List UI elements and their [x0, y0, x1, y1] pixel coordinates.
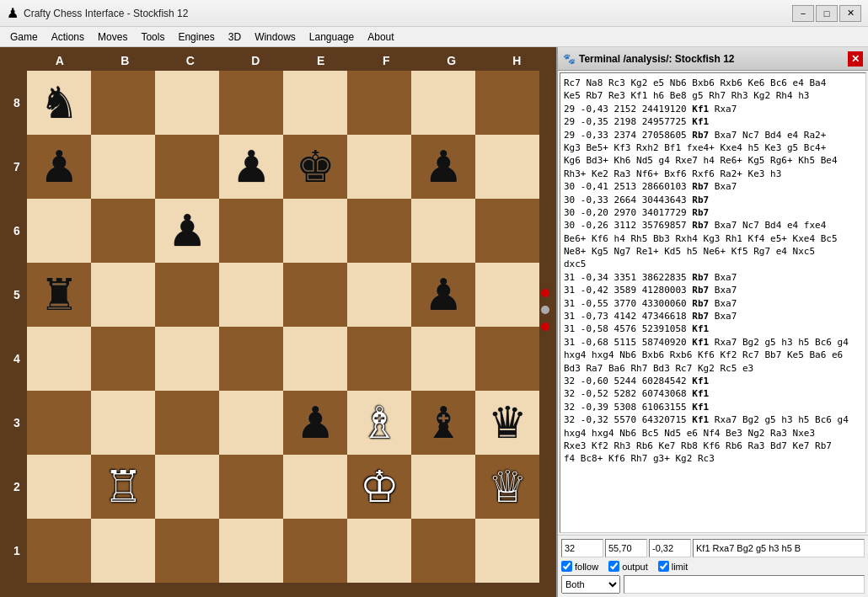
cell-c4[interactable] — [155, 327, 219, 391]
cell-c3[interactable] — [155, 391, 219, 455]
cell-g8[interactable] — [411, 71, 475, 135]
piece-d7: ♟ — [232, 145, 271, 189]
cell-f8[interactable] — [347, 71, 411, 135]
terminal-output[interactable]: Rc7 Na8 Rc3 Kg2 e5 Nb6 Bxb6 Rxb6 Ke6 Bc6… — [560, 72, 866, 533]
maximize-button[interactable]: □ — [816, 5, 838, 22]
menu-3d[interactable]: 3D — [222, 29, 248, 45]
col-label-d: D — [223, 54, 289, 71]
cell-d6[interactable] — [219, 199, 283, 263]
cell-h1[interactable] — [475, 519, 539, 583]
cell-h8[interactable] — [475, 71, 539, 135]
menu-language[interactable]: Language — [303, 29, 361, 45]
cell-h3[interactable]: ♛ — [475, 391, 539, 455]
cell-e7[interactable]: ♚ — [283, 135, 347, 199]
output-checkbox[interactable] — [608, 561, 619, 572]
cell-a4[interactable] — [27, 327, 91, 391]
terminal-eval-input[interactable] — [649, 539, 691, 557]
cell-c7[interactable] — [155, 135, 219, 199]
cell-b5[interactable] — [91, 263, 155, 327]
cell-g7[interactable]: ♟ — [411, 135, 475, 199]
cell-h2[interactable]: ♕ — [475, 455, 539, 519]
menu-about[interactable]: About — [361, 29, 400, 45]
cell-a3[interactable] — [27, 391, 91, 455]
cell-e3[interactable]: ♟ — [283, 391, 347, 455]
cell-g5[interactable]: ♟ — [411, 263, 475, 327]
cell-g1[interactable] — [411, 519, 475, 583]
cell-e5[interactable] — [283, 263, 347, 327]
cell-a6[interactable] — [27, 199, 91, 263]
cell-d4[interactable] — [219, 327, 283, 391]
menu-engines[interactable]: Engines — [171, 29, 221, 45]
menu-windows[interactable]: Windows — [248, 29, 303, 45]
cell-d8[interactable] — [219, 71, 283, 135]
cell-e8[interactable] — [283, 71, 347, 135]
terminal-line: dxc5 — [564, 258, 862, 270]
cell-d3[interactable] — [219, 391, 283, 455]
cell-f7[interactable] — [347, 135, 411, 199]
cell-g6[interactable] — [411, 199, 475, 263]
cell-b3[interactable] — [91, 391, 155, 455]
cell-g4[interactable] — [411, 327, 475, 391]
cell-c5[interactable] — [155, 263, 219, 327]
cell-b2[interactable]: ♖ — [91, 455, 155, 519]
cell-d7[interactable]: ♟ — [219, 135, 283, 199]
menu-actions[interactable]: Actions — [45, 29, 91, 45]
cell-b7[interactable] — [91, 135, 155, 199]
cell-h7[interactable] — [475, 135, 539, 199]
terminal-score-input[interactable] — [605, 539, 647, 557]
cell-d1[interactable] — [219, 519, 283, 583]
minimize-button[interactable]: − — [792, 5, 814, 22]
cell-c2[interactable] — [155, 455, 219, 519]
terminal-title-text: Terminal /analysis/: Stockfish 12 — [579, 53, 735, 65]
piece-g5: ♟ — [424, 273, 463, 317]
cell-f4[interactable] — [347, 327, 411, 391]
cell-g2[interactable] — [411, 455, 475, 519]
cell-f1[interactable] — [347, 519, 411, 583]
menu-moves[interactable]: Moves — [91, 29, 134, 45]
close-button[interactable]: ✕ — [839, 5, 861, 22]
terminal-line: f4 Bc8+ Kf6 Rh7 g3+ Kg2 Rc3 — [564, 452, 862, 465]
side-select[interactable]: Both White Black — [561, 575, 620, 594]
cell-e6[interactable] — [283, 199, 347, 263]
cell-f3[interactable]: ♗ — [347, 391, 411, 455]
terminal-move-input[interactable] — [693, 539, 865, 557]
cell-b8[interactable] — [91, 71, 155, 135]
cell-e1[interactable] — [283, 519, 347, 583]
cell-d5[interactable] — [219, 263, 283, 327]
terminal-depth-input[interactable] — [561, 539, 603, 557]
main-content: A B C D E F G H 8♞7♟♟♚♟6♟5♜♟43♟♗♝♛2♖♔♕1 … — [0, 47, 868, 597]
menu-game[interactable]: Game — [3, 29, 45, 45]
cell-a5[interactable]: ♜ — [27, 263, 91, 327]
cell-e2[interactable] — [283, 455, 347, 519]
terminal-close-button[interactable]: ✕ — [848, 51, 863, 67]
cell-d2[interactable] — [219, 455, 283, 519]
cell-c1[interactable] — [155, 519, 219, 583]
cell-c6[interactable]: ♟ — [155, 199, 219, 263]
terminal-line: Ne8+ Kg5 Ng7 Re1+ Kd5 h5 Ne6+ Kf5 Rg7 e4… — [564, 245, 862, 258]
cell-b1[interactable] — [91, 519, 155, 583]
board-row-8: 8♞ — [7, 71, 549, 135]
cell-a1[interactable] — [27, 519, 91, 583]
follow-checkbox[interactable] — [561, 561, 572, 572]
cell-f5[interactable] — [347, 263, 411, 327]
cell-h4[interactable] — [475, 327, 539, 391]
cell-a7[interactable]: ♟ — [27, 135, 91, 199]
menu-tools[interactable]: Tools — [134, 29, 171, 45]
cell-g3[interactable]: ♝ — [411, 391, 475, 455]
terminal-line: 31 -0,55 3770 43300060 Rb7 Bxa7 — [564, 297, 862, 310]
cell-a8[interactable]: ♞ — [27, 71, 91, 135]
cell-f2[interactable]: ♔ — [347, 455, 411, 519]
cell-e4[interactable] — [283, 327, 347, 391]
cell-h6[interactable] — [475, 199, 539, 263]
limit-checkbox[interactable] — [658, 561, 669, 572]
cell-h5[interactable] — [475, 263, 539, 327]
terminal-line: Rh3+ Ke2 Ra3 Nf6+ Bxf6 Rxf6 Ra2+ Ke3 h3 — [564, 168, 862, 180]
cell-c8[interactable] — [155, 71, 219, 135]
limit-checkbox-label: limit — [658, 561, 689, 572]
terminal-cmd-input[interactable] — [624, 575, 865, 594]
cell-f6[interactable] — [347, 199, 411, 263]
cell-a2[interactable] — [27, 455, 91, 519]
cell-b4[interactable] — [91, 327, 155, 391]
cell-b6[interactable] — [91, 199, 155, 263]
terminal-select-row: Both White Black — [561, 575, 865, 594]
